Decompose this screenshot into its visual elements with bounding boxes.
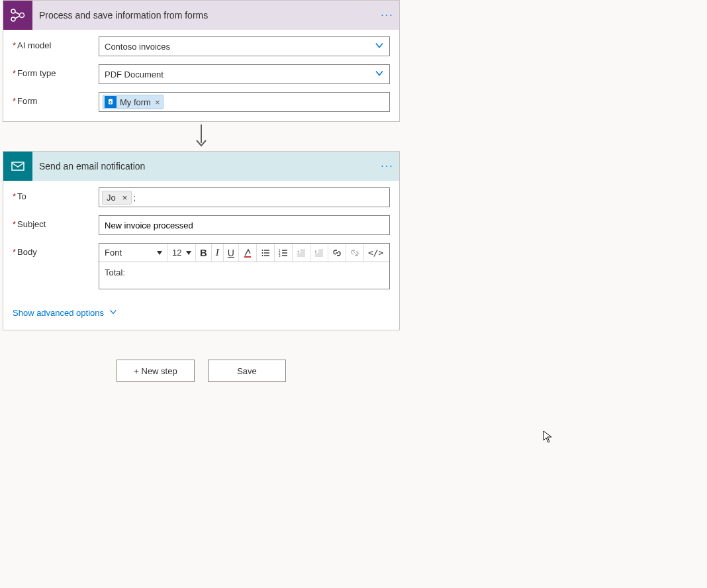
action-card-send-email: Send an email notification ··· *To Jo × … xyxy=(3,151,400,330)
field-label-form: *Form xyxy=(13,92,99,106)
svg-rect-20 xyxy=(297,254,305,254)
field-label-ai-model: *AI model xyxy=(13,36,99,50)
chevron-down-icon xyxy=(375,41,384,52)
svg-rect-18 xyxy=(301,250,305,250)
to-input[interactable]: Jo × ; xyxy=(99,187,390,207)
chevron-down-icon xyxy=(109,308,117,318)
svg-point-0 xyxy=(11,9,15,13)
svg-rect-4 xyxy=(12,162,24,170)
svg-rect-24 xyxy=(315,254,323,254)
new-step-button[interactable]: + New step xyxy=(117,360,195,382)
show-advanced-options[interactable]: Show advanced options xyxy=(13,308,117,318)
outdent-button[interactable] xyxy=(293,244,310,262)
field-label-subject: *Subject xyxy=(13,215,99,229)
svg-rect-7 xyxy=(264,250,269,250)
field-label-form-type: *Form type xyxy=(13,64,99,78)
flow-arrow xyxy=(3,122,400,151)
body-editor: Font 12 B I U xyxy=(99,243,390,289)
save-button[interactable]: Save xyxy=(208,360,286,382)
font-select[interactable]: Font xyxy=(99,244,168,262)
svg-rect-23 xyxy=(318,252,323,252)
remove-chip-icon[interactable]: × xyxy=(155,97,160,107)
remove-chip-icon[interactable]: × xyxy=(122,193,128,203)
svg-rect-5 xyxy=(244,256,251,258)
italic-button[interactable]: I xyxy=(212,244,224,262)
svg-rect-15 xyxy=(282,252,287,253)
body-content[interactable]: Total: xyxy=(99,262,389,289)
cursor-icon xyxy=(543,430,553,446)
form-type-select[interactable]: PDF Document xyxy=(99,64,390,84)
svg-rect-25 xyxy=(315,256,323,256)
bold-button[interactable]: B xyxy=(196,244,212,262)
card-title: Send an email notification xyxy=(32,161,375,172)
svg-rect-21 xyxy=(297,256,305,256)
number-list-button[interactable]: 123 xyxy=(275,244,293,262)
font-color-button[interactable] xyxy=(239,244,257,262)
form-chip[interactable]: My form × xyxy=(103,95,164,109)
subject-input[interactable] xyxy=(99,215,390,235)
ai-builder-icon xyxy=(3,1,32,30)
card-menu-button[interactable]: ··· xyxy=(375,9,399,21)
file-icon xyxy=(105,96,117,108)
link-button[interactable] xyxy=(328,244,346,262)
svg-rect-22 xyxy=(318,250,323,250)
svg-rect-13 xyxy=(282,250,287,250)
footer-buttons: + New step Save xyxy=(3,360,400,382)
bullet-list-button[interactable] xyxy=(257,244,275,262)
action-card-process-forms: Process and save information from forms … xyxy=(3,0,400,122)
code-view-button[interactable]: </> xyxy=(364,244,387,262)
underline-button[interactable]: U xyxy=(224,244,239,262)
svg-point-2 xyxy=(20,13,24,18)
card-header[interactable]: Process and save information from forms … xyxy=(3,1,399,30)
form-input[interactable]: My form × xyxy=(99,92,390,112)
card-menu-button[interactable]: ··· xyxy=(375,160,399,172)
font-size-select[interactable]: 12 xyxy=(168,244,196,262)
mail-icon xyxy=(3,152,32,181)
svg-point-6 xyxy=(261,250,263,251)
svg-rect-19 xyxy=(301,252,305,252)
chevron-down-icon xyxy=(375,69,384,80)
ai-model-select[interactable]: Contoso invoices xyxy=(99,36,390,56)
svg-point-10 xyxy=(261,255,263,256)
svg-rect-17 xyxy=(282,255,287,256)
card-title: Process and save information from forms xyxy=(32,10,375,21)
svg-text:3: 3 xyxy=(279,254,281,258)
svg-point-8 xyxy=(261,252,263,254)
field-label-to: *To xyxy=(13,187,99,201)
card-header[interactable]: Send an email notification ··· xyxy=(3,152,399,181)
svg-point-1 xyxy=(11,17,15,21)
svg-rect-11 xyxy=(264,255,269,256)
recipient-chip[interactable]: Jo × xyxy=(102,191,132,205)
unlink-button[interactable] xyxy=(346,244,364,262)
svg-rect-9 xyxy=(264,252,269,253)
field-label-body: *Body xyxy=(13,243,99,257)
rte-toolbar: Font 12 B I U xyxy=(99,244,389,262)
indent-button[interactable] xyxy=(310,244,328,262)
